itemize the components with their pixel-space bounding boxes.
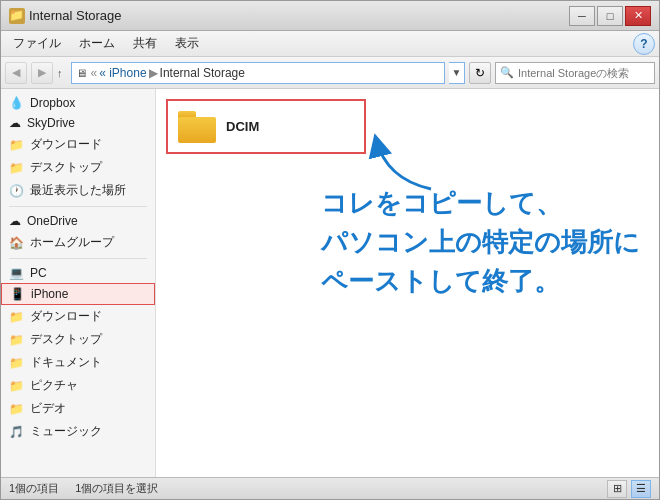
search-box: 🔍 <box>495 62 655 84</box>
dcim-folder[interactable]: DCIM <box>166 99 366 154</box>
title-bar: 📁 Internal Storage ─ □ ✕ <box>1 1 659 31</box>
content-area: DCIM コレをコピーして、 パソコン上の特定の場所に ペーストして終了。 <box>156 89 659 477</box>
menu-home[interactable]: ホーム <box>71 33 123 54</box>
explorer-window: 📁 Internal Storage ─ □ ✕ ファイル ホーム 共有 表示 … <box>0 0 660 500</box>
search-input[interactable] <box>518 67 650 79</box>
skydrive-icon: ☁ <box>9 116 21 130</box>
folder-icon-4: 📁 <box>9 333 24 347</box>
music-icon: 🎵 <box>9 425 24 439</box>
main-area: 💧 Dropbox ☁ SkyDrive 📁 ダウンロード 📁 デスクトップ 🕐… <box>1 89 659 477</box>
instruction-line3: ペーストして終了。 <box>321 262 640 301</box>
window-controls: ─ □ ✕ <box>569 6 651 26</box>
close-button[interactable]: ✕ <box>625 6 651 26</box>
breadcrumb-iphone[interactable]: « iPhone <box>99 66 146 80</box>
status-right: ⊞ ☰ <box>607 480 651 498</box>
instruction-text: コレをコピーして、 パソコン上の特定の場所に ペーストして終了。 <box>321 184 640 301</box>
minimize-button[interactable]: ─ <box>569 6 595 26</box>
menu-view[interactable]: 表示 <box>167 33 207 54</box>
folder-icon-1: 📁 <box>9 138 24 152</box>
sidebar-item-documents[interactable]: 📁 ドキュメント <box>1 351 155 374</box>
iphone-icon: 📱 <box>10 287 25 301</box>
folder-icon-3: 📁 <box>9 310 24 324</box>
folder-icon-large <box>178 111 216 143</box>
forward-button[interactable]: ▶ <box>31 62 53 84</box>
pc-icon: 💻 <box>9 266 24 280</box>
sidebar-item-desktop2[interactable]: 📁 デスクトップ <box>1 328 155 351</box>
instruction-line1: コレをコピーして、 <box>321 184 640 223</box>
homegroup-icon: 🏠 <box>9 236 24 250</box>
dropbox-icon: 💧 <box>9 96 24 110</box>
back-button[interactable]: ◀ <box>5 62 27 84</box>
sidebar-item-recent[interactable]: 🕐 最近表示した場所 <box>1 179 155 202</box>
status-bar: 1個の項目 1個の項目を選択 ⊞ ☰ <box>1 477 659 499</box>
window-icon: 📁 <box>9 8 25 24</box>
refresh-button[interactable]: ↻ <box>469 62 491 84</box>
folder-name: DCIM <box>226 119 259 134</box>
menu-file[interactable]: ファイル <box>5 33 69 54</box>
menu-share[interactable]: 共有 <box>125 33 165 54</box>
folder-body <box>178 117 216 143</box>
divider-2 <box>9 258 147 259</box>
view-large-icon-button[interactable]: ⊞ <box>607 480 627 498</box>
maximize-button[interactable]: □ <box>597 6 623 26</box>
breadcrumb-storage[interactable]: Internal Storage <box>160 66 245 80</box>
sidebar-item-onedrive[interactable]: ☁ OneDrive <box>1 211 155 231</box>
status-left: 1個の項目 1個の項目を選択 <box>9 481 158 496</box>
folder-icon-2: 📁 <box>9 161 24 175</box>
help-button[interactable]: ? <box>633 33 655 55</box>
sidebar-item-skydrive[interactable]: ☁ SkyDrive <box>1 113 155 133</box>
sidebar-item-homegroup[interactable]: 🏠 ホームグループ <box>1 231 155 254</box>
item-count: 1個の項目 <box>9 481 59 496</box>
folder-icon-5: 📁 <box>9 356 24 370</box>
sidebar-item-pictures[interactable]: 📁 ピクチャ <box>1 374 155 397</box>
sidebar-item-downloads1[interactable]: 📁 ダウンロード <box>1 133 155 156</box>
breadcrumb-sep2: ▶ <box>149 66 158 80</box>
folder-icon-6: 📁 <box>9 379 24 393</box>
selected-count: 1個の項目を選択 <box>75 481 158 496</box>
onedrive-icon: ☁ <box>9 214 21 228</box>
instruction-line2: パソコン上の特定の場所に <box>321 223 640 262</box>
title-bar-left: 📁 Internal Storage <box>9 8 122 24</box>
address-dropdown-button[interactable]: ▼ <box>449 62 465 84</box>
sidebar-item-downloads2[interactable]: 📁 ダウンロード <box>1 305 155 328</box>
computer-icon: 🖥 <box>76 67 87 79</box>
sidebar-item-desktop1[interactable]: 📁 デスクトップ <box>1 156 155 179</box>
sidebar: 💧 Dropbox ☁ SkyDrive 📁 ダウンロード 📁 デスクトップ 🕐… <box>1 89 156 477</box>
folder-icon-7: 📁 <box>9 402 24 416</box>
search-icon: 🔍 <box>500 66 514 79</box>
address-bar[interactable]: 🖥 « « iPhone ▶ Internal Storage <box>71 62 446 84</box>
window-title: Internal Storage <box>29 8 122 23</box>
sidebar-item-pc[interactable]: 💻 PC <box>1 263 155 283</box>
up-icon: ↑ <box>57 67 63 79</box>
toolbar: ◀ ▶ ↑ 🖥 « « iPhone ▶ Internal Storage ▼ … <box>1 57 659 89</box>
sidebar-item-videos[interactable]: 📁 ビデオ <box>1 397 155 420</box>
divider-1 <box>9 206 147 207</box>
sidebar-item-dropbox[interactable]: 💧 Dropbox <box>1 93 155 113</box>
view-list-button[interactable]: ☰ <box>631 480 651 498</box>
recent-icon: 🕐 <box>9 184 24 198</box>
sidebar-item-music[interactable]: 🎵 ミュージック <box>1 420 155 443</box>
menu-bar: ファイル ホーム 共有 表示 ? <box>1 31 659 57</box>
sidebar-item-iphone[interactable]: 📱 iPhone <box>1 283 155 305</box>
breadcrumb-sep1: « <box>91 66 98 80</box>
